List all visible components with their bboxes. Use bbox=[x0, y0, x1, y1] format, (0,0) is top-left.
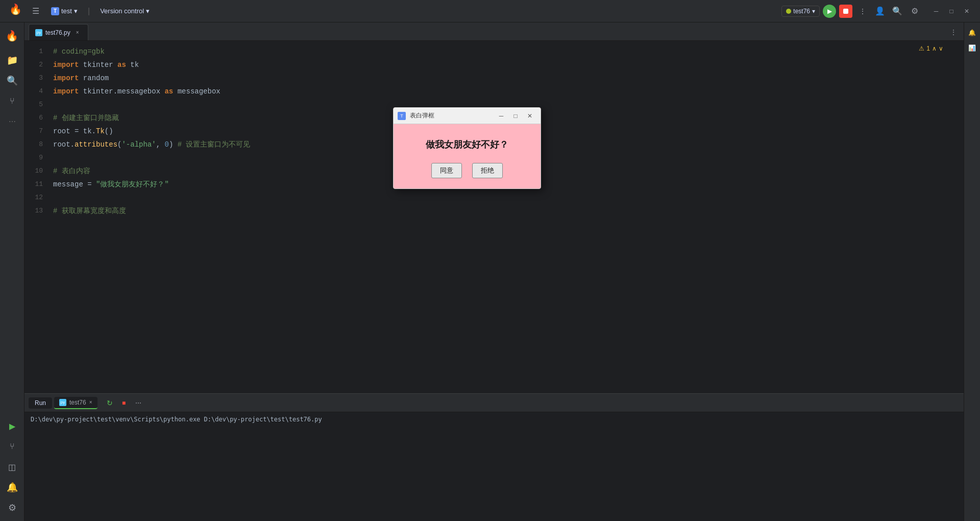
right-sb-chart[interactable]: 📊 bbox=[966, 42, 978, 54]
bottom-toolbar: ↻ ■ ⋯ bbox=[104, 395, 144, 411]
project-chevron: ▾ bbox=[74, 7, 78, 15]
branch-chevron: ▾ bbox=[812, 8, 815, 15]
sidebar-item-settings[interactable]: ⚙ bbox=[3, 499, 21, 517]
sidebar-item-more[interactable]: ⋯ bbox=[3, 112, 21, 131]
warning-count: 1 bbox=[926, 45, 930, 52]
settings-button[interactable]: ⚙ bbox=[908, 4, 922, 18]
code-line-2: import tkinter as tk bbox=[53, 58, 964, 72]
code-line-12 bbox=[53, 191, 964, 204]
title-bar-right: test76 ▾ ▶ ⋮ 👤 🔍 ⚙ ─ □ ✕ bbox=[781, 4, 974, 18]
console-tab-file[interactable]: py test76 × bbox=[54, 397, 97, 409]
sidebar-item-notifications[interactable]: 🔔 bbox=[3, 478, 21, 496]
bottom-tabs: Run py test76 × ↻ ■ ⋯ bbox=[24, 394, 964, 412]
branch-status-dot bbox=[786, 9, 791, 14]
project-name: test bbox=[61, 7, 72, 15]
tab-more-button[interactable]: ⋮ bbox=[947, 26, 960, 38]
run-tab[interactable]: Run bbox=[29, 397, 52, 409]
console-output: D:\dev\py-project\test\venv\Scripts\pyth… bbox=[24, 412, 964, 521]
branch-name: test76 bbox=[793, 8, 810, 15]
code-line-3: import random bbox=[53, 72, 964, 85]
console-tab-close[interactable]: × bbox=[89, 399, 92, 405]
stop-run-button[interactable]: ■ bbox=[118, 397, 130, 409]
line-numbers: 1 2 3 4 5 6 7 8 9 10 11 12 13 bbox=[24, 45, 49, 389]
left-sidebar: 🔥 📁 🔍 ⑂ ⋯ ▶ ⑂ ◫ 🔔 ⚙ bbox=[0, 22, 24, 521]
branch-selector[interactable]: test76 ▾ bbox=[781, 6, 820, 17]
dialog-body: 做我女朋友好不好？ 同意 拒绝 bbox=[394, 124, 541, 188]
vcs-chevron: ▾ bbox=[146, 7, 150, 15]
app-sidebar-logo[interactable]: 🔥 bbox=[3, 27, 21, 45]
warning-icon: ⚠ bbox=[919, 45, 924, 52]
code-lines: # coding=gbk import tkinter as tk import… bbox=[49, 45, 964, 389]
sidebar-item-search[interactable]: 🔍 bbox=[3, 72, 21, 90]
dialog-maximize-button[interactable]: □ bbox=[509, 110, 522, 122]
dialog-agree-button[interactable]: 同意 bbox=[431, 163, 462, 178]
sidebar-item-git[interactable]: ⑂ bbox=[3, 437, 21, 456]
code-content: 1 2 3 4 5 6 7 8 9 10 11 12 13 bbox=[24, 41, 964, 393]
stop-button[interactable] bbox=[839, 5, 852, 18]
window-controls: ─ □ ✕ bbox=[929, 4, 974, 18]
code-line-4: import tkinter.messagebox as messagebox bbox=[53, 85, 964, 98]
bottom-panel: Run py test76 × ↻ ■ ⋯ D:\dev\py-project\… bbox=[24, 393, 964, 521]
tab-right-actions: ⋮ bbox=[947, 26, 960, 40]
profile-button[interactable]: 👤 bbox=[873, 4, 887, 18]
dialog-refuse-button[interactable]: 拒绝 bbox=[472, 163, 503, 178]
dialog-close-button[interactable]: ✕ bbox=[523, 110, 536, 122]
editor-area: py test76.py × ⋮ ⚠ 1 ∧ ∨ 1 2 3 4 bbox=[24, 22, 964, 521]
tab-close-button[interactable]: × bbox=[74, 29, 82, 37]
sidebar-item-vcs[interactable]: ⑂ bbox=[3, 92, 21, 110]
code-line-13: # 获取屏幕宽度和高度 bbox=[53, 204, 964, 218]
dialog-minimize-button[interactable]: ─ bbox=[495, 110, 508, 122]
main-layout: 🔥 📁 🔍 ⑂ ⋯ ▶ ⑂ ◫ 🔔 ⚙ py test76.py × ⋮ ⚠ bbox=[0, 22, 980, 521]
warning-chevron-up: ∧ bbox=[932, 45, 937, 52]
dialog-window[interactable]: T 表白弹框 ─ □ ✕ 做我女朋友好不好？ 同意 拒绝 bbox=[393, 107, 541, 189]
warning-indicator[interactable]: ⚠ 1 ∧ ∨ bbox=[919, 45, 943, 52]
search-button[interactable]: 🔍 bbox=[890, 4, 904, 18]
vcs-label: Version control bbox=[100, 7, 144, 15]
project-selector[interactable]: T test ▾ bbox=[47, 5, 82, 17]
right-sb-notifications[interactable]: 🔔 bbox=[966, 27, 978, 39]
warning-chevron-down: ∨ bbox=[939, 45, 943, 52]
console-tab-name: test76 bbox=[69, 399, 86, 406]
python-file-icon: py bbox=[35, 29, 42, 36]
console-more-button[interactable]: ⋯ bbox=[132, 397, 144, 409]
code-line-1: # coding=gbk bbox=[53, 45, 964, 58]
console-file-icon: py bbox=[59, 399, 66, 406]
console-line-1: D:\dev\py-project\test\venv\Scripts\pyth… bbox=[31, 414, 958, 424]
dialog-title: 表白弹框 bbox=[410, 111, 491, 120]
tab-filename: test76.py bbox=[45, 29, 70, 36]
dialog-window-controls: ─ □ ✕ bbox=[495, 110, 536, 122]
dialog-message: 做我女朋友好不好？ bbox=[404, 138, 530, 151]
title-divider: | bbox=[88, 7, 90, 16]
dialog-app-icon: T bbox=[398, 112, 406, 120]
dialog-buttons: 同意 拒绝 bbox=[404, 163, 530, 178]
maximize-button[interactable]: □ bbox=[944, 4, 959, 18]
vcs-selector[interactable]: Version control ▾ bbox=[96, 5, 154, 17]
minimize-button[interactable]: ─ bbox=[929, 4, 943, 18]
run-button[interactable]: ▶ bbox=[823, 5, 836, 18]
hamburger-menu[interactable]: ☰ bbox=[29, 4, 43, 18]
dialog-titlebar: T 表白弹框 ─ □ ✕ bbox=[394, 108, 541, 124]
right-sidebar: 🔔 📊 bbox=[964, 22, 980, 521]
title-bar: 🔥 ☰ T test ▾ | Version control ▾ test76 … bbox=[0, 0, 980, 22]
editor-tab-active[interactable]: py test76.py × bbox=[29, 24, 88, 40]
project-icon: T bbox=[51, 7, 59, 15]
app-logo[interactable]: 🔥 bbox=[6, 0, 24, 18]
sidebar-item-run[interactable]: ▶ bbox=[3, 417, 21, 435]
stop-icon bbox=[843, 9, 848, 14]
close-button[interactable]: ✕ bbox=[960, 4, 974, 18]
sidebar-item-layers[interactable]: ◫ bbox=[3, 458, 21, 476]
more-actions-button[interactable]: ⋮ bbox=[855, 4, 870, 18]
rerun-button[interactable]: ↻ bbox=[104, 397, 116, 409]
tab-bar: py test76.py × ⋮ bbox=[24, 22, 964, 41]
sidebar-item-folder[interactable]: 📁 bbox=[3, 51, 21, 69]
